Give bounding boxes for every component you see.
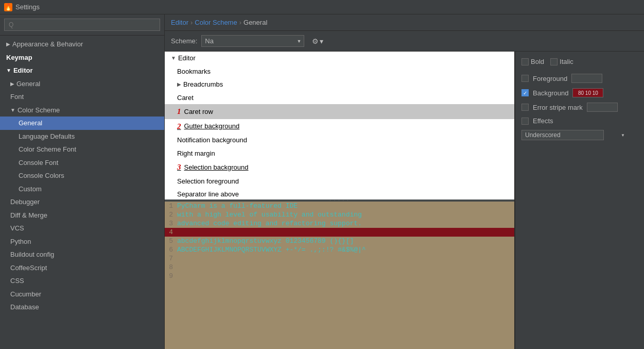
sidebar-item-label: Language Defaults bbox=[19, 131, 75, 142]
foreground-checkbox[interactable] bbox=[521, 75, 529, 82]
sidebar-item-console-colors[interactable]: Console Colors bbox=[0, 169, 164, 182]
sidebar-item-label: Debugger bbox=[10, 197, 40, 207]
preview-line: 2with a high level of usability and outs… bbox=[165, 210, 514, 219]
italic-checkbox[interactable] bbox=[550, 58, 558, 65]
effects-row: Effects bbox=[521, 117, 627, 125]
preview-line: 5abcdefghijklmnopqrstuvwxyz 0123456789 (… bbox=[165, 237, 514, 245]
italic-group: Italic bbox=[550, 58, 573, 65]
arrow-icon: ▶ bbox=[6, 40, 10, 48]
background-color-swatch[interactable]: 80 10 10 bbox=[572, 88, 603, 97]
sidebar-item-label: Buildout config bbox=[10, 250, 54, 260]
properties-panel: Bold Italic Foreground ✓ Backgroun bbox=[515, 52, 633, 349]
effects-dropdown[interactable]: Underscored Underwaved Bordered Box Roun… bbox=[521, 130, 604, 140]
background-label: Background bbox=[533, 89, 568, 97]
tree-item-selection-foreground[interactable]: Selection foreground bbox=[165, 175, 514, 188]
tree-item-label: Caret row bbox=[184, 107, 213, 117]
sidebar-item-coffeescript[interactable]: CoffeeScript bbox=[0, 261, 164, 275]
sidebar-item-label: Color Scheme Font bbox=[19, 144, 76, 155]
preview-line: 3advanced code editing and refactoring s… bbox=[165, 219, 514, 228]
breadcrumb-editor[interactable]: Editor bbox=[171, 19, 188, 26]
line-code: advanced code editing and refactoring su… bbox=[177, 220, 362, 227]
error-stripe-label: Error stripe mark bbox=[533, 104, 583, 111]
tree-item-right-margin[interactable]: Right margin bbox=[165, 147, 514, 160]
background-checkbox[interactable]: ✓ bbox=[521, 89, 529, 96]
sidebar-item-custom[interactable]: Custom bbox=[0, 182, 164, 196]
sidebar-item-general-sub[interactable]: General bbox=[0, 117, 164, 130]
title-bar: 🔥 Settings bbox=[0, 0, 644, 14]
breadcrumb: Editor › Color Scheme › General bbox=[165, 14, 644, 31]
sidebar-item-label: General bbox=[19, 118, 42, 128]
sidebar-item-database[interactable]: Database bbox=[0, 301, 164, 314]
tree-item-label: Notification background bbox=[177, 135, 247, 145]
sidebar-item-label: Cucumber bbox=[10, 289, 41, 300]
breadcrumb-color-scheme[interactable]: Color Scheme bbox=[195, 19, 237, 26]
app-icon: 🔥 bbox=[4, 3, 12, 11]
sidebar-item-debugger[interactable]: Debugger bbox=[0, 195, 164, 209]
tree-item-notification-background[interactable]: Notification background bbox=[165, 134, 514, 147]
tree-item-breadcrumbs[interactable]: ▶ Breadcrumbs bbox=[165, 78, 514, 91]
error-stripe-color-swatch[interactable] bbox=[587, 103, 618, 112]
sidebar-item-cucumber[interactable]: Cucumber bbox=[0, 288, 164, 301]
sidebar-item-color-scheme[interactable]: ▼ Color Scheme bbox=[0, 104, 164, 117]
bold-checkbox[interactable] bbox=[521, 58, 529, 65]
tree-item-label: Caret bbox=[177, 93, 194, 103]
sidebar-item-buildout-config[interactable]: Buildout config bbox=[0, 248, 164, 261]
tree-item-label: Gutter background bbox=[184, 121, 240, 131]
tree-item-label: Selection background bbox=[184, 162, 249, 173]
tree-item-selection-background[interactable]: 3Selection background bbox=[165, 160, 514, 175]
breadcrumb-sep1: › bbox=[190, 19, 193, 26]
scheme-dropdown-wrap: Na Default Darcula High contrast bbox=[201, 35, 304, 47]
sidebar-item-label: Diff & Merge bbox=[10, 210, 47, 221]
tree-item-label: Breadcrumbs bbox=[183, 79, 223, 90]
sidebar-item-label: Database bbox=[10, 302, 39, 312]
italic-label: Italic bbox=[560, 58, 573, 65]
effects-checkbox[interactable] bbox=[521, 118, 529, 125]
sidebar-item-general[interactable]: ▶ General bbox=[0, 77, 164, 91]
line-number: 2 bbox=[165, 211, 177, 219]
tree-item-editor-root[interactable]: ▼ Editor bbox=[165, 52, 514, 65]
scheme-row: Scheme: Na Default Darcula High contrast… bbox=[165, 31, 644, 52]
foreground-label: Foreground bbox=[533, 75, 567, 82]
scheme-tree-panel: ▼ EditorBookmarks▶ BreadcrumbsCaret1Care… bbox=[165, 52, 515, 349]
sidebar-item-css[interactable]: CSS bbox=[0, 274, 164, 288]
scheme-dropdown[interactable]: Na Default Darcula High contrast bbox=[201, 35, 304, 47]
sidebar-item-language-defaults[interactable]: Language Defaults bbox=[0, 130, 164, 143]
sidebar-item-editor[interactable]: ▼ Editor bbox=[0, 64, 164, 77]
sidebar-item-keymap[interactable]: Keymap bbox=[0, 51, 164, 64]
sidebar-item-vcs[interactable]: VCS bbox=[0, 222, 164, 235]
breadcrumb-general: General bbox=[243, 19, 267, 26]
tree-item-gutter-background[interactable]: 2Gutter background bbox=[165, 119, 514, 134]
tree-arrow-icon: ▶ bbox=[177, 80, 181, 88]
sidebar-item-font[interactable]: Font bbox=[0, 90, 164, 104]
tree-item-caret[interactable]: Caret bbox=[165, 91, 514, 105]
gear-icon: ⚙ bbox=[312, 37, 319, 45]
error-stripe-checkbox[interactable] bbox=[521, 104, 529, 111]
sidebar-item-color-scheme-font[interactable]: Color Scheme Font bbox=[0, 143, 164, 156]
line-number: 1 bbox=[165, 202, 177, 210]
sidebar-item-console-font[interactable]: Console Font bbox=[0, 156, 164, 170]
foreground-color-swatch[interactable] bbox=[571, 74, 602, 83]
sidebar-item-label: Console Colors bbox=[19, 171, 64, 181]
sidebar-item-appearance[interactable]: ▶ Appearance & Behavior bbox=[0, 38, 164, 51]
content-area: Editor › Color Scheme › General Scheme: … bbox=[165, 14, 644, 349]
tree-item-label: Bookmarks bbox=[177, 67, 211, 77]
sidebar-item-diff-merge[interactable]: Diff & Merge bbox=[0, 209, 164, 222]
scheme-gear-button[interactable]: ⚙ ▾ bbox=[308, 36, 327, 47]
tree-item-bookmarks[interactable]: Bookmarks bbox=[165, 65, 514, 78]
sidebar-item-label: Font bbox=[10, 92, 24, 102]
sidebar-item-label: Custom bbox=[19, 184, 42, 194]
preview-line: 6ABCDEFGHIJKLMNOPQRSTUVWXYZ +-*/= .,;:!?… bbox=[165, 245, 514, 254]
tree-arrow-icon: ▼ bbox=[171, 54, 176, 62]
search-input[interactable] bbox=[4, 19, 160, 31]
sidebar-item-label: Color Scheme bbox=[18, 105, 60, 115]
effects-label: Effects bbox=[533, 117, 553, 125]
tree-item-caret-row[interactable]: 1Caret row bbox=[165, 104, 514, 119]
preview-panel: 1PyCharm is a full-featured IDE2with a h… bbox=[165, 202, 514, 350]
preview-line: 8 bbox=[165, 263, 514, 272]
preview-line: 9 bbox=[165, 272, 514, 280]
gear-dropdown-arrow: ▾ bbox=[320, 37, 323, 45]
preview-line: 1PyCharm is a full-featured IDE bbox=[165, 202, 514, 210]
sidebar-item-python[interactable]: Python bbox=[0, 235, 164, 248]
content-panels: ▼ EditorBookmarks▶ BreadcrumbsCaret1Care… bbox=[165, 52, 644, 349]
bold-group: Bold bbox=[521, 58, 544, 65]
